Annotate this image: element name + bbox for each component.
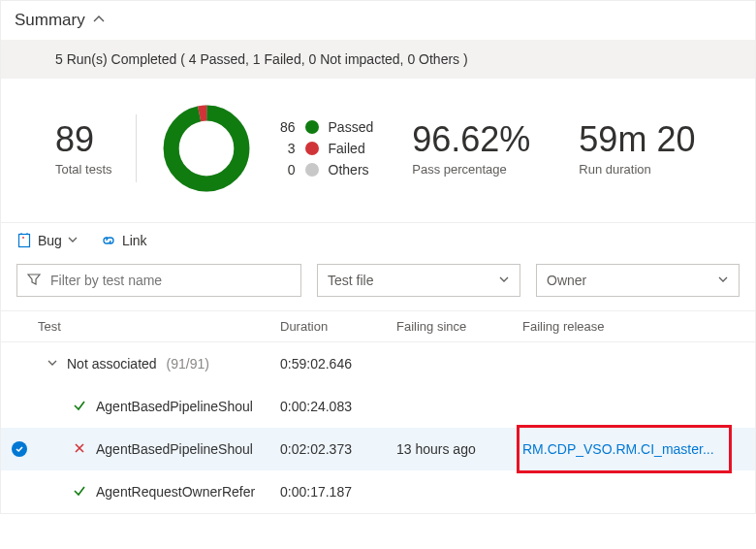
dot-icon [305,163,319,177]
col-duration[interactable]: Duration [280,319,396,334]
results-donut-chart [160,102,253,195]
run-status-text: 5 Run(s) Completed ( 4 Passed, 1 Failed,… [1,40,755,79]
chevron-down-icon[interactable] [47,358,57,370]
chevron-down-icon [498,274,510,288]
stats-panel: 89 Total tests 86 Passed [1,79,755,222]
total-tests-stat: 89 Total tests [55,120,112,178]
checkmark-icon [73,484,86,501]
test-name: AgentBasedPipelineShoul [96,441,253,457]
link-button[interactable]: Link [101,233,147,248]
group-count: (91/91) [167,356,209,371]
group-duration: 0:59:02.646 [280,356,396,371]
table-row[interactable]: AgentRequestOwnerRefer 0:00:17.187 [1,470,755,513]
filter-name-input[interactable] [16,264,301,297]
summary-toggle[interactable]: Summary [1,1,755,40]
filter-owner-dropdown[interactable]: Owner [536,264,740,297]
duration-value: 59m 20 [579,120,695,159]
total-tests-label: Total tests [55,162,112,177]
test-duration: 0:00:17.187 [280,484,396,500]
table-row[interactable]: AgentBasedPipelineShoul 0:00:24.083 [1,385,755,428]
svg-point-1 [171,113,241,184]
test-duration: 0:02:02.373 [280,441,396,457]
filter-file-dropdown[interactable]: Test file [317,264,520,297]
pass-pct-value: 96.62% [412,120,530,159]
results-donut-group: 86 Passed 3 Failed 0 Others [160,102,374,195]
group-name: Not associated [67,356,157,371]
filter-bar: Test file Owner [1,258,755,310]
filter-name-field[interactable] [50,273,291,288]
checkmark-icon [73,399,86,415]
table-header: Test Duration Failing since Failing rele… [1,310,755,342]
link-icon [101,233,116,248]
test-name: AgentBasedPipelineShoul [96,399,253,414]
col-test[interactable]: Test [38,319,280,334]
svg-rect-3 [19,235,30,247]
col-release[interactable]: Failing release [522,319,716,334]
legend-passed: 86 Passed [272,119,374,135]
legend-others: 0 Others [272,162,374,178]
divider [136,114,137,182]
test-duration: 0:00:24.083 [280,399,396,414]
legend-failed: 3 Failed [272,141,374,156]
pass-pct-stat: 96.62% Pass percentage [412,120,530,178]
selected-indicator-icon [12,441,27,457]
duration-stat: 59m 20 Run duration [579,120,695,178]
bug-button[interactable]: Bug [16,233,78,248]
filter-icon [27,273,41,289]
svg-point-4 [22,237,24,239]
legend: 86 Passed 3 Failed 0 Others [272,119,374,178]
toolbar: Bug Link [1,222,755,258]
chevron-up-icon [93,14,105,28]
col-since[interactable]: Failing since [396,319,522,334]
pass-pct-label: Pass percentage [412,162,530,177]
total-tests-value: 89 [55,120,112,159]
chevron-down-icon [68,234,78,247]
table-row[interactable]: AgentBasedPipelineShoul 0:02:02.373 13 h… [1,428,755,470]
x-icon [73,441,86,458]
summary-title: Summary [15,11,85,30]
failing-release-link[interactable]: RM.CDP_VSO.RM.CI_master... [522,441,716,457]
test-name: AgentRequestOwnerRefer [96,484,255,500]
bug-icon [16,233,32,248]
dot-icon [305,142,319,155]
group-row[interactable]: Not associated (91/91) 0:59:02.646 [1,342,755,385]
chevron-down-icon [717,274,729,288]
duration-label: Run duration [579,162,695,177]
dot-icon [305,120,319,134]
failing-since: 13 hours ago [396,441,522,457]
